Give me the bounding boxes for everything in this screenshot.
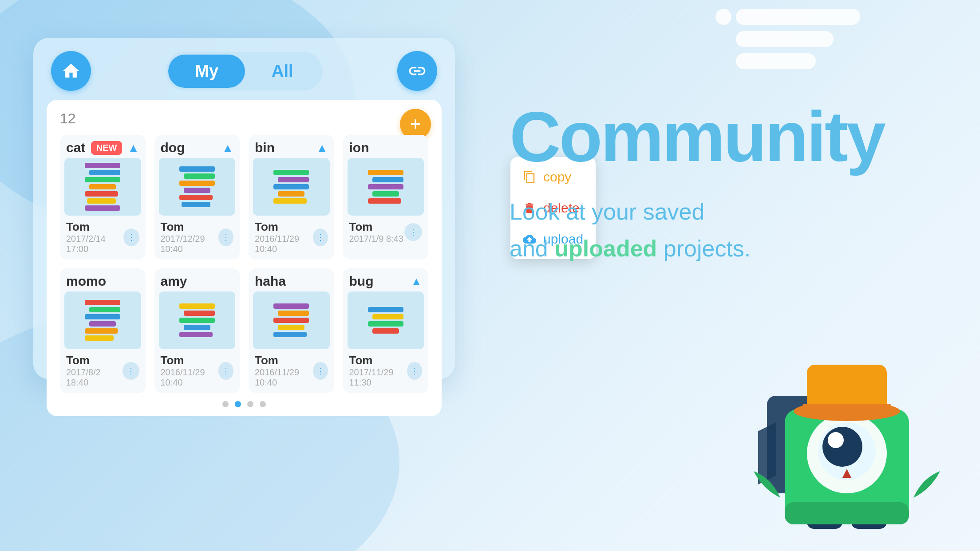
project-date: 2016/11/29 10:40 [161, 367, 219, 388]
project-name: ion [349, 140, 369, 155]
subtitle-highlight: uploaded [554, 236, 657, 261]
card-header: cat NEW ▲ [60, 135, 146, 158]
project-author: Tom [255, 220, 313, 234]
code-blocks [365, 167, 406, 206]
project-date: 2017/11/29 11:30 [349, 367, 407, 388]
page-dot-2[interactable] [235, 401, 241, 407]
project-thumbnail[interactable] [159, 291, 236, 349]
project-author: Tom [349, 220, 403, 234]
more-button[interactable]: ⋮ [122, 362, 139, 380]
link-button[interactable] [397, 51, 437, 91]
project-date: 2017/12/29 10:40 [161, 234, 219, 254]
project-thumbnail[interactable] [348, 291, 424, 349]
card-footer: Tom 2017/11/29 11:30 ⋮ [343, 349, 429, 393]
page-dot-3[interactable] [247, 401, 253, 407]
robot-character [749, 351, 953, 538]
subtitle-line3: projects. [664, 236, 751, 261]
code-blocks [82, 160, 123, 213]
upload-icon[interactable]: ▲ [222, 141, 233, 155]
card-header: amy [154, 268, 240, 291]
project-author: Tom [349, 354, 407, 367]
card-footer: Tom 2016/11/29 10:40 ⋮ [249, 216, 334, 260]
page-dot-4[interactable] [260, 401, 266, 407]
page-dot-1[interactable] [222, 401, 229, 407]
project-name: bin [255, 140, 275, 155]
project-name: amy [161, 274, 187, 289]
project-author: Tom [161, 354, 219, 367]
card-header: dog ▲ [154, 135, 240, 158]
project-card-cat: cat NEW ▲ [60, 135, 146, 260]
project-author: Tom [161, 220, 219, 234]
new-badge: NEW [91, 141, 122, 155]
more-button[interactable]: ⋮ [313, 362, 328, 380]
project-thumbnail[interactable] [253, 291, 330, 349]
project-name: dog [161, 140, 185, 155]
tab-group: My All [166, 52, 322, 91]
project-card-bug: bug ▲ Tom 2017/11/29 11:30 [343, 268, 429, 393]
project-thumbnail[interactable] [64, 291, 141, 349]
project-date: 2016/11/29 10:40 [255, 234, 313, 254]
more-button[interactable]: ⋮ [218, 228, 233, 246]
more-button[interactable]: ⋮ [123, 228, 139, 246]
projects-grid: cat NEW ▲ [60, 135, 428, 393]
card-header: momo [60, 268, 146, 291]
subtitle-line2: and [510, 236, 548, 261]
project-thumbnail[interactable] [253, 158, 330, 216]
link-icon [407, 61, 427, 81]
code-blocks [82, 297, 123, 343]
card-header: bug ▲ [343, 268, 429, 291]
project-card-momo: momo Tom 2017/8/2 18:40 [60, 268, 146, 393]
more-button[interactable]: ⋮ [404, 223, 422, 241]
project-name: haha [255, 274, 286, 289]
card-footer: Tom 2016/11/29 10:40 ⋮ [154, 349, 240, 393]
card-footer: Tom 2017/2/14 17:00 ⋮ [60, 216, 146, 260]
project-author: Tom [66, 354, 122, 367]
code-blocks [271, 167, 312, 206]
upload-icon[interactable]: ▲ [316, 141, 328, 155]
project-card-ion: ion Tom 2017/1/9 8:43 [343, 135, 429, 260]
project-name: bug [349, 274, 374, 289]
project-thumbnail[interactable] [64, 158, 141, 216]
project-thumbnail[interactable] [348, 158, 424, 216]
app-window: My All 12 + cat NEW ▲ [33, 38, 455, 379]
upload-icon[interactable]: ▲ [128, 141, 139, 155]
svg-point-6 [822, 427, 862, 467]
code-blocks [177, 164, 217, 210]
project-date: 2017/2/14 17:00 [66, 234, 123, 254]
more-button[interactable]: ⋮ [407, 362, 422, 380]
home-icon [61, 61, 81, 81]
svg-point-7 [828, 432, 844, 448]
code-blocks [177, 301, 217, 340]
project-count: 12 [60, 110, 428, 127]
card-header: haha [249, 268, 334, 291]
pagination [60, 401, 428, 407]
svg-rect-14 [785, 502, 909, 524]
project-card-haha: haha Tom 2016/11/29 10:40 [249, 268, 334, 393]
project-name: cat [66, 140, 85, 155]
project-date: 2016/11/29 10:40 [255, 367, 313, 388]
robot-svg [749, 351, 953, 538]
code-blocks [365, 304, 406, 336]
more-button[interactable]: ⋮ [313, 228, 328, 246]
project-name: momo [66, 274, 106, 289]
project-author: Tom [255, 354, 313, 367]
upload-icon[interactable]: ▲ [411, 275, 422, 288]
card-header: bin ▲ [249, 135, 334, 158]
tab-all[interactable]: All [245, 55, 320, 88]
card-header: ion [343, 135, 429, 158]
project-thumbnail[interactable] [159, 158, 236, 216]
app-header: My All [33, 38, 455, 100]
community-title: Community [510, 98, 884, 176]
more-button[interactable]: ⋮ [218, 362, 233, 380]
tab-my[interactable]: My [168, 55, 245, 88]
card-footer: Tom 2016/11/29 10:40 ⋮ [249, 349, 334, 393]
project-card-dog: dog ▲ Tom 2017/12/2 [154, 135, 240, 260]
home-button[interactable] [51, 51, 91, 91]
project-date: 2017/1/9 8:43 [349, 234, 403, 244]
code-blocks [271, 301, 312, 340]
project-card-bin: bin ▲ Tom 2016/11/29 10:40 [249, 135, 334, 260]
svg-rect-11 [802, 404, 891, 414]
card-footer: Tom 2017/1/9 8:43 ⋮ [343, 216, 429, 249]
card-footer: Tom 2017/12/29 10:40 ⋮ [154, 216, 240, 260]
project-author: Tom [66, 220, 123, 234]
